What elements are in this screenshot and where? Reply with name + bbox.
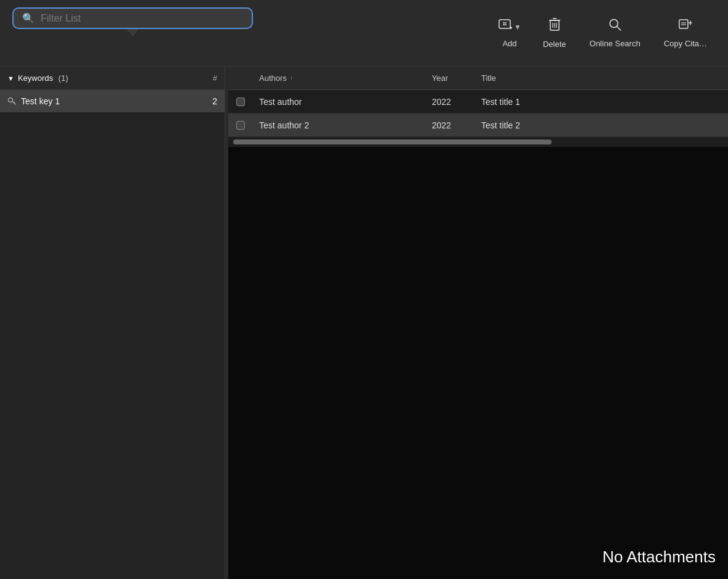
sidebar-item-count: 2 [212,96,217,106]
horizontal-scrollbar[interactable] [228,137,728,147]
sidebar-item-test-key-1[interactable]: Test key 1 2 [0,90,225,112]
table-row[interactable]: Test author 2022 Test title 1 [228,90,728,114]
sidebar-item-label: Test key 1 [21,96,212,106]
key-icon [7,96,16,107]
row-1-title: Test title 1 [475,97,728,107]
sidebar-title: Keywords (1) [18,73,205,83]
table-header: Authors ↑ Year Title [228,67,728,90]
search-container: 🔍 [12,7,253,36]
row-2-checkbox-cell [228,121,253,130]
row-2-title: Test title 2 [475,120,728,130]
add-icon [498,18,513,35]
svg-rect-0 [499,20,510,28]
add-label: Add [502,39,516,48]
online-search-icon [608,18,622,35]
add-button[interactable]: ▼ Add [491,13,528,53]
sidebar: ▼ Keywords (1) # Test key 1 2 [0,67,225,579]
add-chevron-icon: ▼ [514,23,521,31]
delete-label: Delete [543,40,566,49]
content-area: Authors ↑ Year Title Test author 2022 Te… [228,67,728,579]
online-search-label: Online Search [590,39,640,48]
row-1-checkbox-cell [228,98,253,106]
authors-sort-icon: ↑ [290,75,293,81]
row-2-checkbox[interactable] [236,121,245,130]
row-1-checkbox[interactable] [236,98,245,106]
filter-search-box[interactable]: 🔍 [12,7,253,29]
toolbar: 🔍 ▼ Add [0,0,728,67]
sidebar-hash-label: # [205,73,217,83]
table-row[interactable]: Test author 2 2022 Test title 2 [228,114,728,137]
col-header-year[interactable]: Year [426,73,475,83]
search-tooltip-arrow [126,29,139,36]
copy-citation-button[interactable]: Copy Cita… [655,13,716,53]
delete-icon [548,17,561,36]
filter-list-input[interactable] [41,13,243,24]
svg-line-12 [617,27,621,30]
sidebar-collapse-icon[interactable]: ▼ [7,75,14,82]
delete-button[interactable]: Delete [534,12,575,54]
svg-rect-13 [679,20,688,28]
svg-point-18 [9,98,13,102]
scrollbar-thumb[interactable] [233,140,552,144]
preview-area: No Attachments [228,147,728,579]
row-2-year: 2022 [426,120,475,130]
row-1-year: 2022 [426,97,475,107]
col-header-authors[interactable]: Authors ↑ [253,73,426,83]
add-icon-group: ▼ [498,18,521,35]
scrollbar-track [233,140,723,144]
toolbar-actions: ▼ Add Delete [491,12,716,54]
no-attachments-label: No Attachments [602,548,716,567]
sidebar-header: ▼ Keywords (1) # [0,67,225,90]
copy-citation-label: Copy Cita… [664,39,707,48]
copy-citation-icon [678,18,693,35]
main-layout: ▼ Keywords (1) # Test key 1 2 [0,67,728,579]
row-2-authors: Test author 2 [253,120,426,130]
online-search-button[interactable]: Online Search [581,13,649,53]
col-header-title[interactable]: Title [475,73,728,83]
row-1-authors: Test author [253,97,426,107]
search-icon: 🔍 [22,12,35,24]
